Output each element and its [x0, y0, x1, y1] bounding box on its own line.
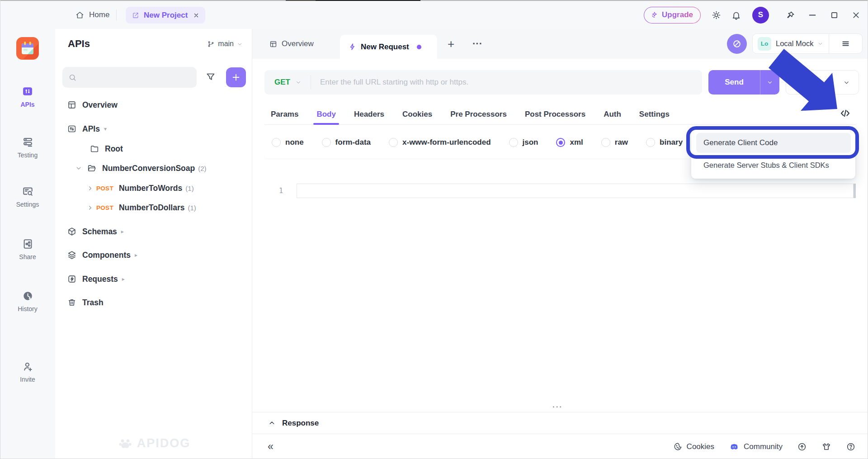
url-input[interactable] [320, 78, 702, 87]
rail-label: APIs [20, 101, 34, 108]
project-tab[interactable]: New Project [126, 7, 205, 24]
gear-icon [711, 10, 722, 20]
tab-settings[interactable]: Settings [639, 104, 670, 124]
send-label: Send [708, 78, 760, 87]
tab-auth[interactable]: Auth [604, 104, 621, 124]
tab-params[interactable]: Params [271, 104, 298, 124]
tab-overview[interactable]: Overview [269, 29, 314, 59]
tree-row-folder[interactable]: NumberConversionSoap (2) [55, 158, 249, 178]
cookies-label: Cookies [687, 442, 714, 451]
body-type-urlencoded[interactable]: x-www-form-urlencoded [389, 138, 491, 147]
editor-current-line[interactable] [297, 184, 854, 198]
tree-row-requests[interactable]: Requests ▸ [55, 269, 249, 289]
apidog-logo[interactable] [16, 37, 39, 62]
rail-item-share[interactable]: Share [0, 238, 55, 260]
generate-code-button[interactable] [839, 107, 851, 119]
apis-panel: APIs main Overview APIs ▾ Root NumberCon… [55, 29, 252, 459]
env-name: Local Mock [776, 39, 813, 48]
add-tab-button[interactable]: + [448, 29, 454, 59]
tree-row-schemas[interactable]: Schemas ▸ [55, 222, 249, 241]
request-tabs: Params Body Headers Cookies Pre Processo… [264, 104, 856, 125]
caret-right-icon: ▸ [135, 252, 137, 258]
tree-row-endpoint[interactable]: POST NumberToWords (1) [55, 178, 249, 198]
notifications-button[interactable] [731, 10, 741, 20]
search-input[interactable] [81, 73, 191, 81]
tree-label: NumberToWords [119, 184, 182, 193]
method-selector[interactable]: GET [274, 78, 290, 87]
radio-selected-icon [556, 138, 565, 147]
rail-item-apis[interactable]: APIs [0, 85, 55, 108]
body-type-form-data[interactable]: form-data [322, 138, 371, 147]
updates-button[interactable] [797, 442, 807, 452]
code-icon [839, 107, 851, 119]
search-box[interactable] [62, 67, 197, 88]
avatar[interactable]: S [752, 7, 769, 24]
editor-line-number: 1 [271, 184, 283, 198]
home-button[interactable]: Home [75, 1, 109, 29]
send-button[interactable]: Send [708, 70, 779, 95]
maximize-button[interactable] [830, 10, 839, 20]
body-type-raw[interactable]: raw [601, 138, 628, 147]
body-type-json[interactable]: json [509, 138, 538, 147]
tree-row-endpoint[interactable]: POST NumberToDollars (1) [55, 198, 249, 218]
tab-new-request[interactable]: New Request [340, 35, 437, 59]
chevron-up-icon [268, 419, 276, 427]
rail-item-history[interactable]: History [0, 290, 55, 312]
tree-row-overview[interactable]: Overview [55, 95, 249, 115]
tree-label: Requests [82, 274, 118, 284]
mock-toggle-button[interactable] [727, 34, 747, 54]
radio-label: json [523, 138, 538, 147]
community-button[interactable]: Community [729, 441, 783, 452]
tab-pre-processors[interactable]: Pre Processors [450, 104, 507, 124]
overview-icon [269, 40, 278, 48]
close-window-button[interactable] [851, 10, 861, 20]
schemas-icon [67, 227, 77, 237]
panel-title: APIs [68, 38, 90, 50]
tab-body[interactable]: Body [316, 104, 336, 124]
minimize-button[interactable] [807, 10, 817, 20]
new-api-button[interactable] [226, 67, 246, 87]
collapse-sidebar-button[interactable]: « [268, 441, 274, 452]
help-button[interactable] [846, 442, 856, 452]
close-tab-icon[interactable] [193, 12, 199, 19]
tab-cookies[interactable]: Cookies [402, 104, 432, 124]
chevron-right-icon[interactable] [87, 204, 94, 211]
paw-icon [117, 435, 133, 451]
extract-button[interactable] [786, 70, 859, 95]
env-menu-button[interactable] [829, 39, 862, 48]
menu-item-generate-server-stubs[interactable]: Generate Server Stubs & Client SDKs [696, 155, 851, 175]
body-type-xml[interactable]: xml [556, 138, 583, 147]
response-bar[interactable]: Response [252, 412, 868, 434]
rail-item-testing[interactable]: Testing [0, 136, 55, 159]
tree-row-trash[interactable]: Trash [55, 293, 249, 312]
chevron-down-icon [767, 79, 773, 85]
body-type-binary[interactable]: binary [646, 138, 683, 147]
menu-item-generate-client-code[interactable]: Generate Client Code [696, 133, 851, 153]
send-dropdown[interactable] [760, 79, 779, 85]
rail-item-settings[interactable]: Settings [0, 185, 55, 208]
chevron-right-icon[interactable] [87, 185, 94, 192]
editor-scrollbar[interactable] [854, 184, 856, 198]
settings-gear-button[interactable] [711, 10, 722, 20]
chevron-down-icon[interactable] [75, 165, 82, 172]
tree-row-apis[interactable]: APIs ▾ [55, 119, 249, 139]
tree-row-root[interactable]: Root [55, 139, 249, 159]
tab-post-processors[interactable]: Post Processors [525, 104, 585, 124]
theme-button[interactable] [821, 442, 831, 452]
resize-handle[interactable]: ··· [552, 402, 563, 412]
branch-selector[interactable]: main [207, 40, 243, 48]
environment-selector[interactable]: Lo Local Mock [752, 33, 863, 54]
plus-icon [231, 72, 241, 82]
tree-row-components[interactable]: Components ▸ [55, 245, 249, 265]
rail-item-invite[interactable]: Invite [0, 360, 55, 383]
chevron-down-icon[interactable] [295, 79, 302, 85]
pin-window-button[interactable] [785, 10, 796, 20]
body-type-none[interactable]: none [272, 138, 304, 147]
unsaved-dot [417, 45, 421, 49]
tab-headers[interactable]: Headers [354, 104, 384, 124]
filter-button[interactable] [205, 71, 216, 82]
rail-label: Settings [16, 201, 39, 208]
cookies-button[interactable]: Cookies [673, 442, 714, 451]
upgrade-button[interactable]: Upgrade [644, 7, 701, 24]
more-tabs-button[interactable]: ··· [472, 29, 482, 59]
